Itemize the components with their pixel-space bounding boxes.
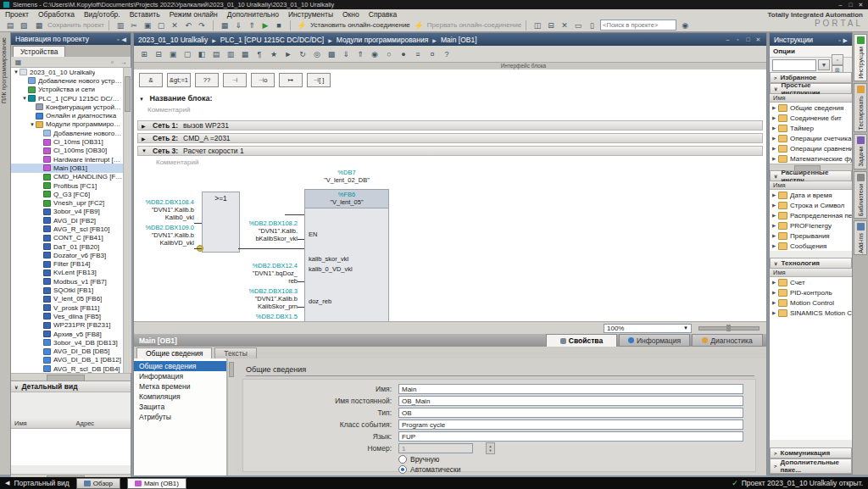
fbd-operand[interactable]: %DB2.DBX109.0 "DVN1".Kalib.b KalibVD_vkl	[134, 224, 194, 247]
side-tab[interactable]: Инструкции	[854, 34, 867, 81]
fb-pin[interactable]: doz_reb	[309, 297, 331, 305]
tree-expander[interactable]	[13, 69, 19, 75]
field-input[interactable]: 1	[398, 443, 473, 453]
tab-devices[interactable]: Устройства	[13, 46, 65, 57]
instruction-folder[interactable]: ▶ Распределенная пери...	[770, 210, 852, 220]
instruction-folder[interactable]: ▶ PROFIenergy	[770, 220, 852, 231]
fbd-favorite-element[interactable]: &gt;=1	[167, 73, 191, 87]
menu-item[interactable]: Инструменты	[288, 10, 333, 19]
redo-icon[interactable]: ↷	[195, 19, 209, 31]
fbd-operand[interactable]: %DB2.DBX108.3 "DVN1".Kalib.b KalibSkor_p…	[214, 287, 298, 310]
breadcrumb-item[interactable]: Main [OB1]	[441, 36, 477, 44]
compile-icon[interactable]: ▩	[325, 47, 338, 60]
inspector-nav-item[interactable]: Метка времени	[134, 381, 226, 392]
minimize-icon[interactable]: –	[837, 2, 844, 8]
breadcrumb-item[interactable]: Модули программирования	[337, 36, 441, 44]
menu-item[interactable]: Вид/отобр.	[84, 10, 120, 19]
breakpoint-icon[interactable]: ●	[397, 47, 410, 60]
undo-icon[interactable]: ↶	[181, 19, 195, 31]
split-editor-horizontal-icon[interactable]: ◫	[531, 19, 544, 31]
go-online-icon[interactable]: →	[118, 58, 129, 67]
fb-block[interactable]: %FB6 "V_lent_05" ENkalib_skor_vklkalib_0…	[304, 189, 389, 321]
task-main-ob1-button[interactable]: Main (OB1)	[127, 478, 186, 489]
snapshot-icon[interactable]: ◎	[310, 47, 324, 60]
help-icon[interactable]: ?	[440, 47, 453, 60]
tree-item[interactable]: DaT_01 [FB20]	[11, 242, 123, 251]
update-block-call-icon[interactable]: ↻	[296, 47, 309, 60]
block-comment[interactable]: Комментарий	[147, 106, 190, 114]
close-window-icon[interactable]: ✕	[558, 19, 571, 31]
instruction-folder[interactable]: ▶ Общие сведения	[770, 103, 852, 113]
instruction-folder[interactable]: ▶ Счет	[770, 277, 852, 287]
section-basic-instructions[interactable]: ∨ Простые инструкции	[770, 83, 852, 94]
tree-item[interactable]: PLC_1 [CPU 1215C DC/DC/DC]	[11, 94, 123, 103]
split-editor-vertical-icon[interactable]: ⊟	[544, 19, 558, 31]
inspector-tab[interactable]: Диагностика	[692, 334, 763, 347]
instruction-folder[interactable]: ▶ PID-контроль	[770, 287, 852, 297]
filter-icon[interactable]: ▦	[13, 58, 24, 67]
tree-item[interactable]: Добавление нового устройс...	[11, 76, 123, 85]
network-3-comment[interactable]: Комментарий	[156, 158, 198, 166]
tree-item[interactable]: Добавление нового б...	[11, 129, 123, 137]
tree-item[interactable]: Filter [FB14]	[11, 260, 123, 269]
side-tab[interactable]: Add-ins	[854, 220, 867, 256]
instruction-folder[interactable]: ▶ Motion Control	[770, 297, 852, 308]
menu-item[interactable]: Режим онлайн	[170, 10, 218, 19]
tree-item[interactable]: Dozator_v6 [FB3]	[11, 251, 123, 259]
compile-icon[interactable]: ▦	[218, 19, 231, 31]
network-1-bar[interactable]: Сеть 1: вызов WP231	[137, 120, 763, 131]
save-project-icon[interactable]: ▦	[32, 19, 46, 31]
menu-item[interactable]: Вставить	[130, 10, 160, 19]
layout-icon[interactable]: ¤	[426, 47, 439, 60]
instruction-folder[interactable]: ▶ Соединение бит	[770, 113, 852, 123]
zoom-select[interactable]: 100% ▼	[604, 324, 692, 333]
project-search-input[interactable]	[600, 19, 676, 31]
paste-icon[interactable]: ▢	[154, 19, 168, 31]
menu-item[interactable]: Проект	[5, 10, 29, 19]
detail-column-address[interactable]: Адрес	[76, 420, 94, 427]
tree-item[interactable]: Архив_v5 [FB8]	[11, 330, 123, 338]
copy-icon[interactable]: ▣	[166, 47, 180, 60]
instruction-folder[interactable]: ▶ Математические функ...	[770, 153, 852, 164]
network-comments-icon[interactable]: ¶	[253, 47, 266, 60]
tree-expander[interactable]	[29, 122, 36, 127]
zoom-slider[interactable]	[698, 326, 760, 331]
call-structure-icon[interactable]: ≡	[411, 47, 425, 60]
tree-item[interactable]: KvLent [FB13]	[11, 269, 123, 277]
tree-item[interactable]: AVG_R_scl [FB10]	[11, 225, 123, 233]
fb-pin[interactable]: kalib_skor_vkl	[309, 255, 348, 263]
stop-monitor-icon[interactable]: ○	[382, 47, 396, 60]
inspector-subtab[interactable]: Общие сведения	[136, 347, 212, 358]
monitor-icon[interactable]: ◉	[368, 47, 381, 60]
tree-item[interactable]: Ci_100ms [OB30]	[11, 147, 123, 155]
tree-item[interactable]: 3obor_v4 [FB9]	[11, 208, 123, 216]
inspector-subtab[interactable]: Тексты	[214, 347, 257, 358]
tree-item[interactable]: Hardware interrupt [OB...	[11, 155, 123, 164]
field-input[interactable]: Program cycle	[398, 420, 743, 430]
menu-item[interactable]: Обработка	[38, 10, 75, 19]
tree-item[interactable]: Онлайн и диагностика	[11, 111, 123, 119]
cut-icon[interactable]: ✂	[127, 19, 141, 31]
auto-collapse-icon[interactable]: ▫	[117, 36, 119, 42]
instruction-search-input[interactable]	[772, 59, 816, 71]
select-all-icon[interactable]: ◧	[195, 47, 209, 60]
favorites-toggle-icon[interactable]: ★	[267, 47, 281, 60]
show-columns-icon[interactable]: ▫	[107, 58, 118, 67]
open-favorites-icon[interactable]: ▫	[832, 54, 843, 65]
go-offline-icon[interactable]: ⚡	[412, 19, 426, 31]
detail-column-name[interactable]: Имя	[14, 420, 27, 427]
open-project-icon[interactable]: ▨	[17, 19, 31, 31]
maximize-icon[interactable]: □	[744, 36, 752, 43]
tree-item[interactable]: WP231PR [FB231]	[11, 321, 123, 330]
instruction-folder[interactable]: ▶ SINAMICS Motion Control	[770, 308, 852, 318]
block-title-row[interactable]: ▼ Название блока:	[139, 94, 212, 103]
go-online-button[interactable]: Установить онлайн-соединение	[310, 21, 410, 29]
go-offline-button[interactable]: Прервать онлайн-соединение	[427, 21, 521, 29]
tree-item[interactable]: 3obor_v4_DB [DB13]	[11, 338, 123, 347]
absolute-symbolic-toggle-icon[interactable]: ▦	[238, 47, 252, 60]
field-input[interactable]: Main	[398, 384, 743, 394]
instruction-folder[interactable]: ▶ Операции сравнения	[770, 143, 852, 153]
tree-item[interactable]: V_lent_05 [FB6]	[11, 295, 123, 303]
instruction-folder[interactable]: ▶ Строка и Символ	[770, 200, 852, 210]
field-input[interactable]: FUP	[398, 431, 743, 442]
